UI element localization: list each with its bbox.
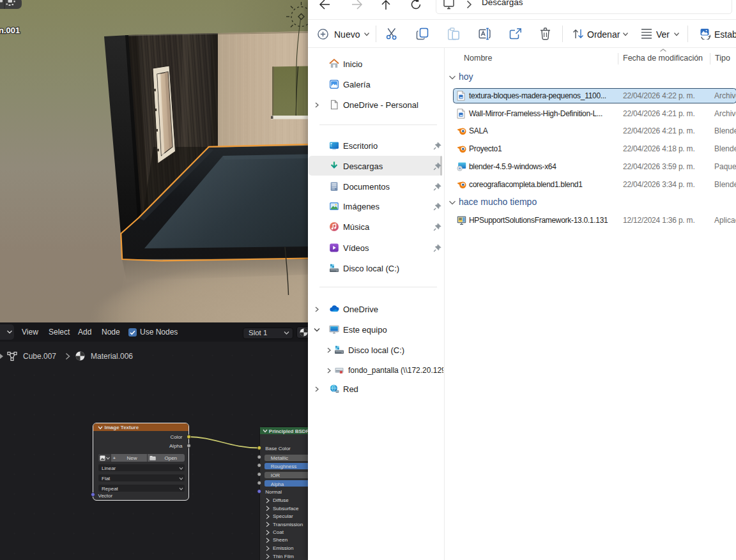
svg-text:n.001: n.001 [0,26,20,35]
